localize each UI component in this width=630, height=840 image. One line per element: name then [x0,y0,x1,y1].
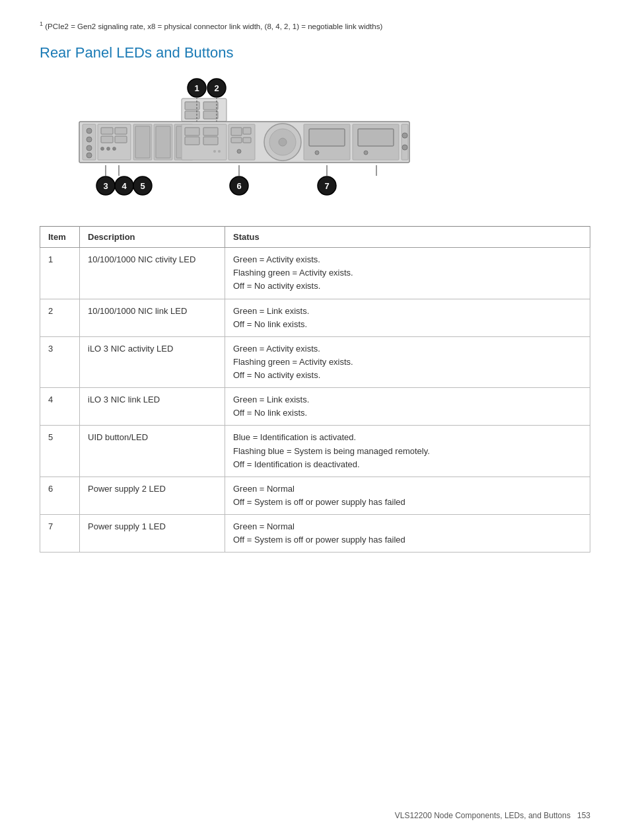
cell-status: Green = NormalOff = System is off or pow… [225,477,590,514]
svg-rect-17 [115,128,127,134]
cell-description: iLO 3 NIC activity LED [80,336,225,387]
table-row: 5UID button/LEDBlue = Identification is … [40,426,590,477]
svg-rect-7 [203,102,218,110]
svg-point-50 [364,151,368,155]
cell-status: Blue = Identification is activated.Flash… [225,426,590,477]
footer-text: VLS12200 Node Components, LEDs, and Butt… [395,811,571,820]
svg-point-22 [113,147,116,151]
svg-rect-51 [402,124,408,160]
svg-text:6: 6 [236,181,241,191]
cell-description: iLO 3 NIC link LED [80,388,225,426]
svg-point-20 [101,147,104,151]
section-title: Rear Panel LEDs and Buttons [40,44,590,61]
svg-point-35 [218,150,221,153]
svg-rect-31 [185,137,199,145]
page-footer: VLS12200 Node Components, LEDs, and Butt… [395,811,590,820]
footnote-text: (PCIe2 = Gen2 signaling rate, x8 = physi… [45,22,382,30]
cell-description: 10/100/1000 NIC link LED [80,299,225,336]
svg-point-53 [402,145,407,150]
rear-panel-diagram: 1 2 [40,73,590,208]
svg-rect-49 [358,129,394,146]
svg-rect-38 [243,128,251,134]
cell-item: 4 [40,388,80,426]
svg-rect-30 [185,128,199,135]
svg-rect-18 [101,136,113,143]
cell-item: 2 [40,299,80,336]
cell-item: 5 [40,426,80,477]
svg-point-12 [87,137,92,142]
footnote: 1 (PCIe2 = Gen2 signaling rate, x8 = phy… [40,20,590,32]
svg-point-21 [107,147,110,151]
svg-text:4: 4 [122,181,127,191]
table-row: 4iLO 3 NIC link LEDGreen = Link exists.O… [40,388,590,426]
svg-rect-19 [115,136,127,143]
svg-rect-5 [185,102,199,110]
table-row: 7Power supply 1 LEDGreen = NormalOff = S… [40,515,590,553]
cell-description: 10/100/1000 NIC ctivity LED [80,248,225,299]
svg-rect-6 [185,111,199,119]
table-row: 210/100/1000 NIC link LEDGreen = Link ex… [40,299,590,336]
svg-rect-8 [203,111,218,119]
cell-status: Green = Activity exists.Flashing green =… [225,248,590,299]
cell-description: UID button/LED [80,426,225,477]
cell-status: Green = Link exists.Off = No link exists… [225,299,590,336]
svg-text:7: 7 [324,181,329,191]
cell-item: 6 [40,477,80,514]
svg-rect-39 [231,137,242,143]
svg-rect-16 [101,128,113,134]
col-header-status: Status [225,227,590,248]
svg-rect-26 [156,126,170,158]
svg-point-52 [402,133,407,138]
svg-text:3: 3 [103,181,108,191]
svg-point-34 [213,150,216,153]
svg-rect-46 [309,129,345,146]
svg-point-41 [237,149,241,153]
svg-point-13 [87,145,92,151]
svg-text:2: 2 [214,83,219,93]
footnote-superscript: 1 [40,20,43,27]
svg-rect-37 [231,128,242,135]
table-row: 110/100/1000 NIC ctivity LEDGreen = Acti… [40,248,590,299]
col-header-description: Description [80,227,225,248]
table-row: 3iLO 3 NIC activity LEDGreen = Activity … [40,336,590,387]
cell-item: 7 [40,515,80,553]
svg-rect-32 [203,128,218,135]
svg-point-47 [315,151,319,155]
svg-point-14 [87,153,92,158]
cell-status: Green = Link exists.Off = No link exists… [225,388,590,426]
led-table: Item Description Status 110/100/1000 NIC… [40,226,590,553]
svg-point-11 [87,128,92,134]
svg-text:1: 1 [194,83,199,93]
cell-description: Power supply 1 LED [80,515,225,553]
cell-status: Green = Activity exists.Flashing green =… [225,336,590,387]
cell-description: Power supply 2 LED [80,477,225,514]
svg-rect-40 [243,137,251,143]
col-header-item: Item [40,227,80,248]
cell-status: Green = NormalOff = System is off or pow… [225,515,590,553]
footer-page: 153 [577,811,590,820]
svg-text:5: 5 [140,181,145,191]
table-row: 6Power supply 2 LEDGreen = NormalOff = S… [40,477,590,514]
svg-rect-24 [135,126,150,158]
svg-point-44 [279,138,287,146]
cell-item: 3 [40,336,80,387]
svg-rect-33 [203,137,218,145]
cell-item: 1 [40,248,80,299]
